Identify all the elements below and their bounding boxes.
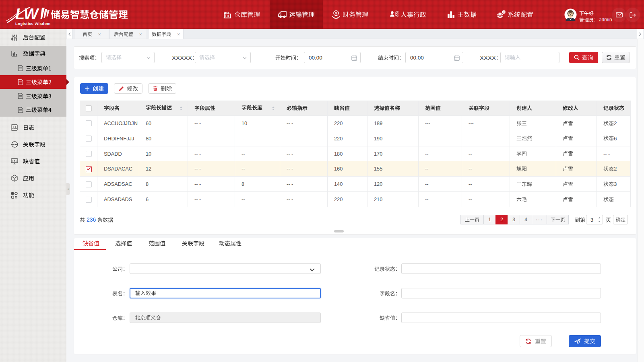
svg-text:LW: LW [15,6,39,23]
svg-text:Logistics Wisdom: Logistics Wisdom [15,21,51,26]
